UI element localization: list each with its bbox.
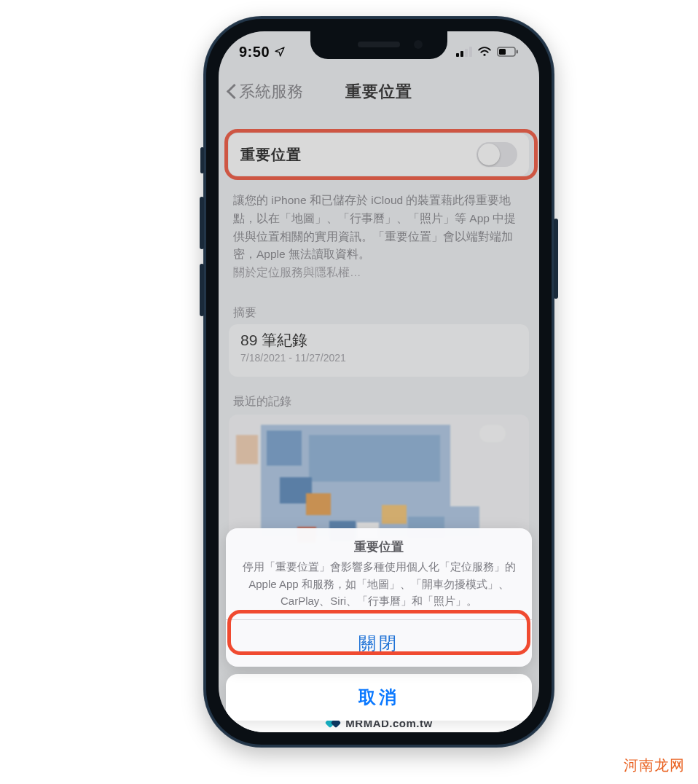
status-time: 9:50	[239, 44, 270, 60]
sheet-message: 停用「重要位置」會影響多種使用個人化「定位服務」的 Apple App 和服務，…	[242, 558, 516, 609]
svg-point-4	[483, 54, 485, 56]
svg-rect-6	[499, 49, 506, 55]
sheet-cancel-button[interactable]: 取消	[226, 674, 532, 721]
sheet-close-button[interactable]: 關閉	[226, 620, 532, 667]
watermark: 河南龙网	[624, 756, 685, 775]
significant-locations-toggle[interactable]	[477, 142, 517, 167]
svg-rect-7	[517, 50, 519, 54]
records-row[interactable]: 89 筆紀錄 7/18/2021 - 11/27/2021	[229, 324, 529, 377]
toggle-knob	[478, 144, 500, 165]
location-arrow-icon	[274, 46, 286, 58]
volume-down-button	[200, 264, 204, 316]
svg-rect-0	[456, 53, 459, 57]
notch	[310, 31, 447, 59]
records-subtitle: 7/18/2021 - 11/27/2021	[240, 352, 517, 364]
privacy-link[interactable]: 關於定位服務與隱私權…	[233, 266, 361, 278]
wifi-icon	[477, 47, 492, 57]
svg-rect-2	[465, 49, 468, 57]
section-header-recent: 最近的記錄	[233, 394, 291, 409]
volume-up-button	[200, 197, 204, 249]
cellular-icon	[456, 47, 472, 57]
svg-rect-1	[460, 51, 463, 57]
page-title: 重要位置	[219, 81, 539, 103]
significant-locations-row[interactable]: 重要位置	[229, 133, 529, 176]
description-text: 讓您的 iPhone 和已儲存於 iCloud 的裝置藉此得重要地點，以在「地圖…	[233, 192, 523, 282]
svg-rect-3	[469, 47, 472, 57]
phone-screen: 9:50	[219, 31, 539, 732]
phone-frame: 9:50	[203, 16, 554, 748]
sheet-title: 重要位置	[242, 538, 516, 555]
battery-icon	[497, 47, 519, 57]
mute-switch	[200, 147, 204, 173]
power-button	[554, 219, 558, 299]
navigation-bar: 系統服務 重要位置	[219, 72, 539, 111]
records-title: 89 筆紀錄	[240, 330, 517, 350]
action-sheet: 重要位置 停用「重要位置」會影響多種使用個人化「定位服務」的 Apple App…	[226, 528, 532, 721]
toggle-label: 重要位置	[240, 145, 302, 165]
section-header-summary: 摘要	[233, 305, 256, 321]
